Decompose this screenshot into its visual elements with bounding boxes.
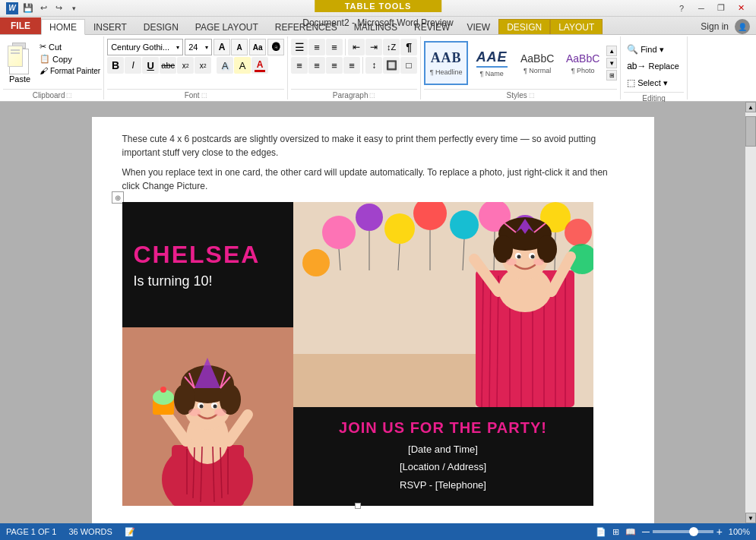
svg-point-31	[322, 216, 356, 249]
bold-btn[interactable]: B	[107, 57, 124, 74]
font-label: Font ⬚	[107, 89, 284, 99]
postcard-right: JOIN US FOR THE PARTY! [Date and Time] […	[293, 202, 593, 506]
tab-view[interactable]: VIEW	[458, 19, 498, 34]
scrollbar-track[interactable]	[745, 112, 756, 513]
line-spacing-btn[interactable]: ↕	[365, 57, 382, 74]
tab-file[interactable]: FILE	[0, 17, 41, 34]
scroll-up-btn[interactable]: ▲	[745, 102, 756, 112]
align-center-btn[interactable]: ≡	[308, 57, 325, 74]
underline-btn[interactable]: U	[142, 57, 159, 74]
undo-quick-btn[interactable]: ↩	[36, 2, 50, 15]
help-btn[interactable]: ?	[672, 2, 691, 14]
redo-quick-btn[interactable]: ↪	[52, 2, 65, 15]
word-icon: W	[6, 2, 18, 14]
styles-scroll-up[interactable]: ▲	[606, 46, 617, 56]
style-photo[interactable]: AaBbC ¶ Photo	[561, 41, 605, 85]
show-para-btn[interactable]: ¶	[400, 39, 417, 55]
view-layout-icon[interactable]: ⊞	[612, 527, 619, 537]
status-bar: PAGE 1 OF 1 36 WORDS 📝 📄 ⊞ 📖 ─ + 100%	[0, 523, 756, 540]
tab-layout[interactable]: LAYOUT	[550, 19, 603, 34]
style-headline[interactable]: AAB ¶ Headline	[424, 41, 468, 85]
title-bar: W 💾 ↩ ↪ ▾ TABLE TOOLS Document2 - Micros…	[0, 0, 756, 17]
view-mode-icon[interactable]: 📄	[596, 527, 606, 537]
borders-btn[interactable]: □	[400, 57, 417, 74]
justify-btn[interactable]: ≡	[343, 57, 360, 74]
svg-point-33	[384, 213, 415, 244]
svg-point-20	[214, 409, 226, 416]
turning-text[interactable]: Is turning 10!	[134, 273, 282, 289]
customize-quick-btn[interactable]: ▾	[67, 2, 81, 15]
clipboard-expand[interactable]: ⬚	[66, 92, 72, 99]
zoom-in-btn[interactable]: +	[716, 526, 723, 538]
tab-design[interactable]: DESIGN	[135, 19, 187, 34]
tab-home[interactable]: HOME	[41, 19, 85, 35]
proofing-icon[interactable]: 📝	[125, 527, 135, 537]
find-button[interactable]: 🔍 Find ▾	[624, 42, 684, 57]
subscript-btn[interactable]: x2	[177, 57, 194, 74]
tab-table-design[interactable]: DESIGN	[498, 19, 550, 34]
font-color-btn[interactable]: A	[251, 57, 268, 74]
bullets-btn[interactable]: ☰	[291, 39, 308, 55]
table-resize-handle[interactable]	[355, 503, 361, 509]
join-us-text[interactable]: JOIN US FOR THE PARTY!	[339, 419, 547, 437]
paste-label: Paste	[9, 74, 30, 84]
multilevel-btn[interactable]: ≡	[326, 39, 343, 55]
shading-btn[interactable]: 🔲	[383, 57, 400, 74]
svg-point-63	[493, 235, 513, 263]
postcard-footer: JOIN US FOR THE PARTY! [Date and Time] […	[293, 407, 593, 506]
view-read-icon[interactable]: 📖	[625, 527, 636, 537]
zoom-out-btn[interactable]: ─	[642, 526, 650, 538]
italic-btn[interactable]: I	[125, 57, 141, 74]
cut-button[interactable]: ✂Cut	[38, 41, 102, 52]
font-size-dropdown[interactable]: 24 ▾	[185, 39, 212, 55]
text-effects-btn[interactable]: A	[217, 57, 233, 74]
superscript-btn[interactable]: x2	[195, 57, 211, 74]
save-quick-btn[interactable]: 💾	[21, 2, 35, 15]
sign-in-link[interactable]: Sign in	[701, 21, 729, 32]
restore-btn[interactable]: ❐	[712, 2, 730, 14]
window-title: Document2 - Microsoft Word Preview	[302, 17, 454, 28]
paste-button[interactable]: Paste	[3, 39, 36, 85]
strikethrough-btn[interactable]: abc	[160, 57, 176, 74]
minimize-btn[interactable]: ─	[692, 2, 710, 14]
select-button[interactable]: ⬚ Select ▾	[624, 75, 684, 90]
scroll-down-btn[interactable]: ▼	[745, 513, 756, 523]
editing-label: Editing	[624, 92, 684, 103]
shrink-font-btn[interactable]: A	[231, 39, 248, 55]
decrease-indent-btn[interactable]: ⇤	[348, 39, 365, 55]
doc-scroll[interactable]: These cute 4 x 6 postcards are slightly …	[0, 102, 745, 523]
intro-text-2: When you replace text in one card, the o…	[122, 166, 624, 193]
svg-point-19	[188, 409, 201, 416]
style-name[interactable]: AAE ¶ Name	[470, 41, 514, 85]
chelsea-name[interactable]: CHELSEA	[134, 241, 282, 269]
font-expand[interactable]: ⬚	[201, 92, 207, 99]
text-highlight-btn[interactable]: A	[234, 57, 251, 74]
format-painter-button[interactable]: 🖌Format Painter	[38, 65, 102, 76]
sort-btn[interactable]: ↕Z	[383, 39, 400, 55]
close-btn[interactable]: ✕	[732, 2, 750, 14]
change-case-btn[interactable]: Aa	[249, 39, 266, 55]
zoom-slider[interactable]	[653, 530, 713, 533]
postcard-header: CHELSEA Is turning 10!	[122, 202, 293, 327]
clear-format-btn[interactable]: 🅐	[267, 39, 284, 55]
copy-button[interactable]: 📋Copy	[38, 53, 102, 65]
styles-expand-btn[interactable]: ⬚	[529, 92, 535, 99]
paragraph-expand[interactable]: ⬚	[369, 92, 375, 99]
grow-font-btn[interactable]: A	[214, 39, 230, 55]
numbering-btn[interactable]: ≡	[308, 39, 325, 55]
styles-scroll-down[interactable]: ▼	[606, 58, 617, 68]
tab-page-layout[interactable]: PAGE LAYOUT	[187, 19, 267, 34]
quick-access-toolbar: 💾 ↩ ↪ ▾	[21, 2, 81, 15]
style-normal[interactable]: AaBbC ¶ Normal	[515, 41, 559, 85]
tab-insert[interactable]: INSERT	[85, 19, 135, 34]
party-details[interactable]: [Date and Time] [Location / Address] RSV…	[400, 441, 486, 494]
font-name-dropdown[interactable]: Century Gothi... ▾	[107, 39, 183, 55]
styles-expand[interactable]: ⊞	[606, 70, 617, 81]
increase-indent-btn[interactable]: ⇥	[365, 39, 382, 55]
align-left-btn[interactable]: ≡	[291, 57, 308, 74]
scrollbar-thumb[interactable]	[745, 116, 756, 147]
app-window: W 💾 ↩ ↪ ▾ TABLE TOOLS Document2 - Micros…	[0, 0, 756, 540]
replace-button[interactable]: ab→ Replace	[624, 58, 684, 74]
align-right-btn[interactable]: ≡	[326, 57, 343, 74]
photo-right-bg	[293, 202, 593, 407]
